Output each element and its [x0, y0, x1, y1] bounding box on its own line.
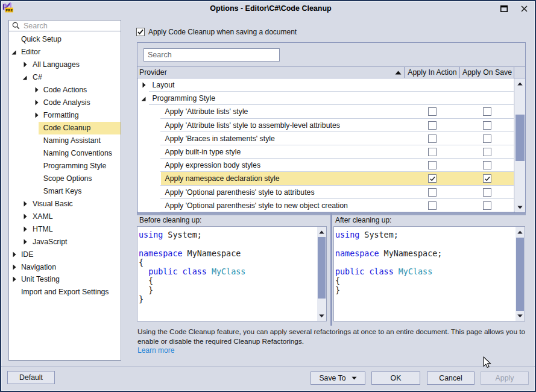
apply-in-action-checkbox[interactable] — [428, 161, 437, 169]
scroll-thumb[interactable] — [318, 237, 326, 299]
scroll-thumb[interactable] — [516, 238, 524, 311]
provider-row-apply-optional-parenthesis-style-to-new-[interactable]: Apply 'Optional parenthesis' style to ne… — [138, 199, 514, 212]
tree-expander[interactable] — [33, 87, 39, 93]
provider-row-apply-attribute-lists-style[interactable]: Apply 'Attribute lists' style — [138, 105, 514, 118]
row-expander[interactable] — [140, 82, 146, 88]
tree-item-code-cleanup[interactable]: Code Cleanup — [9, 122, 121, 134]
apply-on-save-checkbox[interactable] — [483, 121, 491, 130]
provider-row-group-layout[interactable]: Layout — [138, 78, 514, 92]
apply-in-action-checkbox[interactable] — [428, 148, 437, 156]
expander-expanded-icon[interactable] — [10, 49, 16, 55]
scroll-down-button[interactable] — [516, 311, 525, 321]
save-to-button[interactable]: Save To — [311, 371, 365, 385]
tree-item-programming-style[interactable]: Programming Style — [9, 159, 121, 172]
scroll-up-button[interactable] — [516, 227, 525, 237]
tree-expander[interactable] — [21, 62, 27, 68]
apply-in-action-checkbox[interactable] — [428, 174, 437, 183]
expander-collapsed-icon[interactable] — [33, 100, 39, 106]
apply-in-action-checkbox[interactable] — [428, 121, 437, 130]
scroll-down-button[interactable] — [515, 202, 525, 212]
scroll-down-button[interactable] — [317, 311, 326, 321]
apply-on-save-checkbox[interactable] — [483, 201, 491, 210]
provider-row-group-programming-style[interactable]: Programming Style — [138, 92, 514, 105]
apply-in-action-checkbox[interactable] — [428, 201, 437, 210]
expander-collapsed-icon[interactable] — [33, 112, 39, 118]
sidebar-search-input[interactable]: Search — [8, 20, 121, 31]
close-button[interactable] — [516, 3, 532, 14]
tree-expander[interactable] — [21, 213, 27, 220]
column-apply-on-save[interactable]: Apply On Save — [460, 68, 514, 77]
apply-in-action-checkbox[interactable] — [428, 134, 437, 143]
tree-item-all-languages[interactable]: All Languages — [9, 58, 121, 71]
tree-expander[interactable] — [33, 100, 39, 106]
tree-expander[interactable] — [33, 112, 39, 118]
apply-on-save-checkbox[interactable] — [483, 134, 491, 143]
apply-in-action-checkbox[interactable] — [428, 188, 437, 197]
vertical-pane-divider[interactable] — [330, 212, 332, 326]
default-button[interactable]: Default — [7, 371, 55, 384]
tree-expander[interactable] — [21, 226, 27, 232]
expander-collapsed-icon[interactable] — [33, 87, 39, 93]
tree-item-smart-keys[interactable]: Smart Keys — [9, 185, 121, 197]
expander-collapsed-icon[interactable] — [21, 226, 27, 232]
apply-on-save-checkbox[interactable] — [483, 188, 491, 197]
tree-expander[interactable] — [10, 251, 16, 258]
provider-row-apply-expression-body-styles[interactable]: Apply expression body styles — [138, 159, 514, 172]
expander-collapsed-icon[interactable] — [10, 251, 16, 258]
row-expander[interactable] — [140, 95, 146, 101]
provider-row-apply-braces-in-statements-style[interactable]: Apply 'Braces in statements' style — [138, 132, 514, 145]
provider-row-apply-namespace-declaration-style[interactable]: Apply namespace declaration style — [138, 172, 514, 185]
provider-row-apply-built-in-type-style[interactable]: Apply built-in type style — [138, 145, 514, 159]
tree-item-xaml[interactable]: XAML — [9, 210, 121, 223]
tree-expander[interactable] — [10, 264, 16, 270]
scroll-up-button[interactable] — [317, 227, 326, 237]
provider-row-apply-attribute-lists-style-to-assembly-[interactable]: Apply 'Attribute lists' style to assembl… — [138, 119, 514, 132]
provider-search-input[interactable]: Search — [143, 48, 280, 62]
expander-expanded-icon[interactable] — [140, 95, 146, 101]
apply-on-save-checkbox[interactable] — [483, 148, 491, 156]
tree-item-formatting[interactable]: Formatting — [9, 109, 121, 122]
apply-in-action-checkbox[interactable] — [428, 107, 437, 116]
before-code-scrollbar[interactable] — [317, 227, 326, 321]
tree-item-visual-basic[interactable]: Visual Basic — [9, 197, 121, 210]
apply-on-save-checkbox[interactable] — [136, 28, 145, 36]
tree-item-unit-testing[interactable]: Unit Testing — [9, 273, 121, 286]
expander-collapsed-icon[interactable] — [21, 213, 27, 220]
expander-collapsed-icon[interactable] — [21, 239, 27, 245]
column-provider[interactable]: Provider — [139, 68, 167, 77]
tree-item-naming-assistant[interactable]: Naming Assistant — [9, 134, 121, 147]
expander-expanded-icon[interactable] — [21, 74, 27, 80]
tree-expander[interactable] — [21, 201, 27, 207]
tree-item-code-actions[interactable]: Code Actions — [9, 84, 121, 96]
tree-item-code-analysis[interactable]: Code Analysis — [9, 96, 121, 109]
column-apply-in-action[interactable]: Apply In Action — [405, 68, 460, 77]
ok-button[interactable]: OK — [371, 371, 420, 385]
apply-on-save-checkbox[interactable] — [483, 107, 491, 116]
tree-expander[interactable] — [21, 74, 27, 80]
tree-item-navigation[interactable]: Navigation — [9, 261, 121, 273]
tree-expander[interactable] — [21, 239, 27, 245]
tree-item-naming-conventions[interactable]: Naming Conventions — [9, 147, 121, 159]
tree-item-scope-options[interactable]: Scope Options — [9, 172, 121, 185]
learn-more-link[interactable]: Learn more — [137, 346, 174, 355]
cancel-button[interactable]: Cancel — [427, 371, 475, 385]
after-code-scrollbar[interactable] — [516, 227, 525, 321]
provider-table-scrollbar[interactable] — [515, 78, 525, 212]
expander-collapsed-icon[interactable] — [10, 276, 16, 282]
apply-button[interactable]: Apply — [481, 371, 529, 385]
expander-collapsed-icon[interactable] — [10, 264, 16, 270]
apply-on-save-checkbox[interactable] — [483, 174, 491, 183]
apply-on-save-checkbox-row[interactable]: Apply Code Cleanup when saving a documen… — [136, 27, 297, 37]
tree-expander[interactable] — [10, 276, 16, 282]
scroll-thumb[interactable] — [516, 115, 525, 161]
expander-collapsed-icon[interactable] — [21, 62, 27, 68]
maximize-button[interactable] — [496, 3, 512, 14]
tree-expander[interactable] — [10, 49, 16, 55]
tree-item-ide[interactable]: IDE — [9, 248, 121, 261]
scroll-up-button[interactable] — [515, 78, 525, 89]
provider-row-apply-optional-parenthesis-style-to-attr[interactable]: Apply 'Optional parenthesis' style to at… — [138, 186, 514, 199]
expander-collapsed-icon[interactable] — [140, 82, 146, 88]
tree-item-editor[interactable]: Editor — [9, 46, 121, 58]
tree-item-html[interactable]: HTML — [9, 223, 121, 235]
tree-item-import-and-export-settings[interactable]: Import and Export Settings — [9, 286, 121, 299]
